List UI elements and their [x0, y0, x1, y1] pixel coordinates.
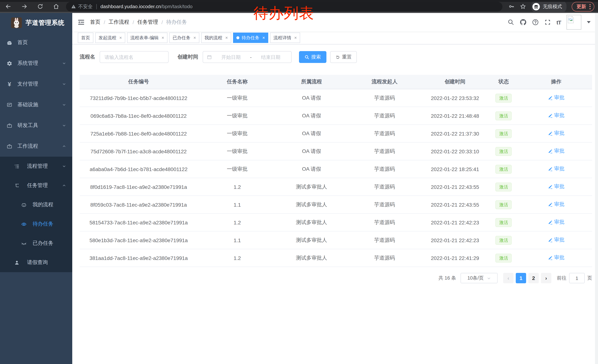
status-cell: 激活	[487, 160, 520, 178]
task-name-cell: 1.1	[198, 231, 277, 249]
breadcrumb-task-management[interactable]: 任务管理	[137, 19, 158, 25]
actions-cell: 审批	[520, 107, 592, 125]
approve-button[interactable]: 审批	[548, 95, 565, 101]
approve-button[interactable]: 审批	[548, 201, 565, 208]
breadcrumb-home[interactable]: 首页	[90, 19, 100, 25]
starter-cell: 芋道源码	[346, 249, 423, 267]
tab[interactable]: 待办任务 ×	[233, 32, 268, 43]
tab[interactable]: 已办任务 ×	[169, 32, 199, 43]
starter-cell: 芋道源码	[346, 142, 423, 160]
avatar-caret-icon[interactable]	[587, 21, 590, 23]
approve-button[interactable]: 审批	[548, 237, 565, 243]
browser-update-menu[interactable]: 更新	[572, 2, 594, 11]
avatar[interactable]	[566, 15, 581, 30]
todo-task-page: 流程名 创建时间 - 搜索	[72, 44, 598, 283]
incognito-icon	[532, 3, 540, 10]
close-icon[interactable]: ×	[262, 35, 265, 40]
approve-button[interactable]: 审批	[548, 166, 565, 172]
date-range-picker[interactable]: -	[203, 51, 291, 63]
process-name-input[interactable]	[100, 51, 169, 63]
sidebar-item-todo-tasks[interactable]: 待办任务	[0, 214, 72, 234]
url-bar[interactable]: 不安全 dashboard.yudao.iocoder.cn/bpm/task/…	[66, 2, 502, 11]
sidebar-item-dev-tools[interactable]: 研发工具	[0, 115, 72, 136]
key-icon[interactable]	[508, 3, 515, 10]
github-icon[interactable]	[520, 19, 526, 25]
close-icon[interactable]: ×	[161, 35, 164, 40]
tab[interactable]: 流程详情 ×	[270, 32, 300, 43]
end-date-input[interactable]	[254, 54, 288, 60]
app-logo[interactable]: 芋道管理系统	[0, 13, 72, 32]
search-button[interactable]: 搜索	[299, 51, 326, 63]
sidebar-item-payment[interactable]: ¥ 支付管理	[0, 74, 72, 94]
tab[interactable]: 发起流程 ×	[95, 32, 125, 43]
browser-forward-icon[interactable]	[21, 3, 27, 10]
url-divider	[96, 4, 97, 9]
font-size-icon[interactable]: tT	[556, 19, 561, 25]
prev-page-button[interactable]: ‹	[503, 273, 514, 283]
sidebar-item-done-tasks[interactable]: 已办任务	[0, 234, 72, 253]
tab-label: 已办任务	[173, 35, 191, 41]
status-badge: 激活	[496, 236, 512, 245]
tab-label: 待办任务	[241, 35, 259, 41]
browser-back-icon[interactable]	[5, 3, 11, 10]
task-table-body: 73211d9d-7b9b-11ec-b5b7-acde48001122 一级审…	[80, 89, 592, 267]
sidebar-item-leave-query[interactable]: 请假查询	[0, 253, 72, 272]
create-time-cell: 2022-01-22 21:37:30	[423, 125, 487, 142]
url-host: dashboard.yudao.iocoder.cn	[100, 4, 161, 9]
browser-home-icon[interactable]	[53, 3, 59, 10]
tab[interactable]: 我的流程 ×	[201, 32, 231, 43]
sidebar-collapse-icon[interactable]	[77, 18, 85, 26]
browser-reload-icon[interactable]	[37, 3, 43, 10]
approve-button[interactable]: 审批	[548, 130, 565, 137]
status-badge: 激活	[496, 129, 512, 138]
tab[interactable]: 流程表单-编辑 ×	[127, 32, 167, 43]
tab[interactable]: 首页	[78, 32, 93, 43]
approve-button[interactable]: 审批	[548, 255, 565, 261]
close-icon[interactable]: ×	[119, 35, 122, 40]
sidebar-item-infrastructure[interactable]: 基础设施	[0, 94, 72, 115]
approve-button[interactable]: 审批	[548, 148, 565, 155]
close-icon[interactable]: ×	[193, 35, 196, 40]
reset-button[interactable]: 重置	[330, 51, 357, 63]
status-badge: 激活	[496, 218, 512, 227]
approve-button[interactable]: 审批	[548, 219, 565, 226]
goto-page-input[interactable]	[569, 273, 585, 283]
starter-cell: 芋道源码	[346, 160, 423, 178]
sidebar-item-process-management[interactable]: 流程管理	[0, 157, 72, 176]
sidebar-item-workflow[interactable]: 工作流程	[0, 136, 72, 157]
page-size-select[interactable]: 10条/页	[461, 273, 498, 283]
edit-pen-icon	[548, 202, 553, 207]
starter-cell: 芋道源码	[346, 231, 423, 249]
approve-button[interactable]: 审批	[548, 112, 565, 119]
create-time-label: 创建时间	[177, 54, 198, 60]
page-button-1[interactable]: 1	[516, 273, 526, 283]
start-date-input[interactable]	[214, 54, 248, 60]
breadcrumb-workflow[interactable]: 工作流程	[108, 19, 129, 25]
table-row: 73211d9d-7b9b-11ec-b5b7-acde48001122 一级审…	[80, 89, 592, 107]
page-button-2[interactable]: 2	[528, 273, 539, 283]
approve-button[interactable]: 审批	[548, 184, 565, 190]
actions-cell: 审批	[520, 89, 592, 107]
scrollbar[interactable]	[595, 13, 598, 364]
sidebar-item-my-process[interactable]: 我的流程	[0, 195, 72, 214]
close-icon[interactable]: ×	[224, 35, 228, 40]
tab-label: 流程详情	[274, 35, 291, 41]
not-secure-icon	[71, 4, 76, 9]
sidebar-item-label: 待办任务	[33, 221, 53, 227]
sidebar-item-system[interactable]: 系统管理	[0, 53, 72, 74]
search-icon[interactable]	[507, 19, 514, 25]
fullscreen-icon[interactable]	[544, 19, 551, 25]
sidebar: 芋道管理系统 首页 系统管理 ¥ 支付管理	[0, 13, 72, 364]
bookmark-star-icon[interactable]	[520, 3, 526, 10]
sidebar-item-task-management[interactable]: 任务管理	[0, 176, 72, 195]
next-page-button[interactable]: ›	[541, 273, 551, 283]
close-icon[interactable]: ×	[293, 35, 297, 40]
help-icon[interactable]	[532, 19, 539, 25]
task-name-cell: 一级审批	[198, 142, 277, 160]
task-name-cell: 一级审批	[198, 125, 277, 142]
sidebar-item-home[interactable]: 首页	[0, 32, 72, 53]
app-title: 芋道管理系统	[25, 18, 65, 27]
task-id-cell: 580e1b3d-7ac8-11ec-a9e2-a2380e71991a	[80, 231, 198, 249]
person-icon	[14, 260, 20, 265]
status-cell: 激活	[487, 249, 520, 267]
